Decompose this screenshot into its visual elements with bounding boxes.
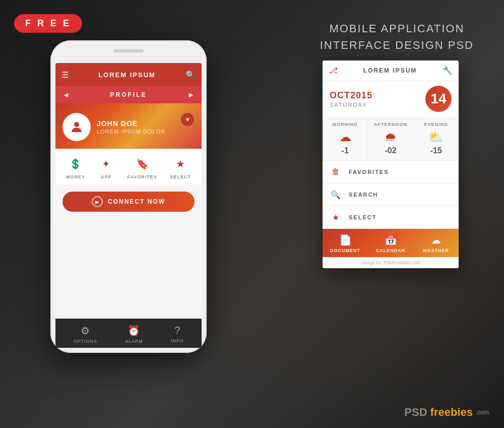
day-name: SATURDAY [330, 102, 372, 108]
profile-name: JOHN DOE [97, 119, 165, 128]
spacer [55, 219, 202, 319]
weather-afternoon: AFTERNOON 🌧 -02 [368, 117, 413, 160]
evening-temp: -15 [430, 146, 442, 155]
afternoon-label: AFTERNOON [374, 122, 407, 127]
search-icon[interactable]: 🔍 [185, 70, 196, 80]
phone-title: LOREM IPSUM [98, 71, 156, 79]
nav-item-options[interactable]: ⚙ OPTIONS [73, 325, 97, 344]
afternoon-weather-icon: 🌧 [385, 130, 397, 144]
user-avatar-icon [69, 119, 84, 135]
connect-section: ▶ CONNECT NOW [55, 185, 202, 219]
play-icon: ▶ [92, 196, 103, 207]
profile-info: JOHN DOE LOREM IPSUM DOLOR [97, 119, 165, 135]
app-bottom-tabs: 📄 DOCUMENT 📅 CALENDAR ☁ WEATHER [323, 229, 459, 257]
evening-label: EVENING [424, 122, 449, 127]
app-screen-title: LOREM IPSUM [363, 67, 417, 74]
main-container: F R E E MOBILE APPLICATION INTERFACE DES… [0, 0, 504, 428]
next-arrow-icon[interactable]: ► [187, 91, 195, 99]
weather-tab-label: WEATHER [423, 248, 449, 253]
weather-morning: MORNING ☁ -1 [323, 117, 368, 160]
app-icon: ✦ [98, 156, 114, 172]
avatar [62, 113, 91, 141]
profile-subtitle: LOREM IPSUM DOLOR [97, 129, 165, 135]
star-icon: ★ [172, 156, 188, 172]
psd-text: PSD [404, 406, 427, 419]
tab-document[interactable]: 📄 DOCUMENT [323, 229, 368, 257]
connect-now-button[interactable]: ▶ CONNECT NOW [62, 192, 195, 212]
list-item-search[interactable]: 🔍 SEARCH [323, 184, 459, 206]
app-footer: Design by: PSDFreebies.com [323, 257, 459, 268]
connect-btn-label: CONNECT NOW [108, 198, 165, 205]
evening-weather-icon: ⛅ [428, 130, 444, 144]
app-screen: ⎇ LOREM IPSUM 🔧 OCT2015 SATURDAY 14 MORN… [323, 60, 459, 268]
share-icon[interactable]: ⎇ [329, 66, 338, 75]
afternoon-temp: -02 [385, 146, 396, 155]
bookmark-icon: 🔖 [134, 156, 150, 172]
favorites-label: FAVORITES [127, 174, 157, 179]
document-icon: 📄 [339, 234, 352, 246]
options-label: OPTIONS [73, 339, 97, 344]
morning-label: MORNING [332, 122, 358, 127]
list-item-favorites[interactable]: 🗑 FAVORITES [323, 161, 459, 184]
day-number-circle: 14 [425, 86, 452, 112]
date-left: OCT2015 SATURDAY [330, 90, 372, 108]
weather-tab-icon: ☁ [431, 234, 441, 246]
nav-item-alarm[interactable]: ⏰ ALARM [125, 325, 143, 344]
select-label: SELECT [170, 174, 192, 179]
info-label: INFO [171, 338, 184, 343]
month-year: OCT2015 [330, 90, 372, 101]
free-badge: F R E E [14, 14, 82, 33]
phone-screen: ☰ LOREM IPSUM 🔍 ◄ PROFILE ► JO [55, 63, 202, 348]
money-icon: 💲 [68, 156, 84, 172]
search-list-icon: 🔍 [330, 189, 342, 201]
weather-section: MORNING ☁ -1 AFTERNOON 🌧 -02 EVENING ⛅ -… [323, 117, 459, 161]
prev-arrow-icon[interactable]: ◄ [62, 91, 70, 99]
com-text: .com [476, 409, 489, 416]
money-label: MONEY [66, 174, 85, 179]
tab-calendar[interactable]: 📅 CALENDAR [368, 229, 413, 257]
trash-icon: 🗑 [330, 166, 342, 178]
app-menu-list: 🗑 FAVORITES 🔍 SEARCH ★ SELECT [323, 161, 459, 229]
app-label: APP [101, 174, 112, 179]
select-list-label: SELECT [349, 214, 376, 220]
profile-nav: ◄ PROFILE ► [55, 86, 202, 103]
options-icon: ⚙ [81, 325, 90, 337]
menu-item-money[interactable]: 💲 MONEY [66, 156, 85, 179]
morning-weather-icon: ☁ [339, 130, 351, 144]
morning-temp: -1 [342, 146, 349, 155]
phone-mockup: ☰ LOREM IPSUM 🔍 ◄ PROFILE ► JO [50, 40, 207, 353]
freebies-text: freebies [430, 406, 473, 419]
psd-freebies-logo: PSDfreebies.com [404, 406, 489, 419]
document-tab-label: DOCUMENT [330, 248, 360, 253]
search-list-label: SEARCH [349, 192, 378, 198]
profile-nav-label: PROFILE [110, 91, 147, 98]
info-icon: ? [174, 325, 180, 336]
main-title: MOBILE APPLICATION INTERFACE DESIGN PSD [320, 20, 474, 53]
menu-item-app[interactable]: ✦ APP [98, 156, 114, 179]
menu-icons-row: 💲 MONEY ✦ APP 🔖 FAVORITES ★ SELECT [55, 149, 202, 185]
tab-weather[interactable]: ☁ WEATHER [413, 229, 459, 257]
phone-topbar: ☰ LOREM IPSUM 🔍 [55, 63, 202, 86]
bottom-nav: ⚙ OPTIONS ⏰ ALARM ? INFO [55, 319, 202, 348]
list-item-select[interactable]: ★ SELECT [323, 206, 459, 229]
alarm-icon: ⏰ [128, 325, 140, 337]
nav-item-info[interactable]: ? INFO [171, 325, 184, 344]
weather-evening: EVENING ⛅ -15 [414, 117, 459, 160]
heart-button[interactable]: ♥ [180, 112, 195, 127]
app-topbar: ⎇ LOREM IPSUM 🔧 [323, 60, 459, 81]
hamburger-icon[interactable]: ☰ [61, 70, 69, 80]
alarm-label: ALARM [125, 339, 143, 344]
menu-item-favorites[interactable]: 🔖 FAVORITES [127, 156, 157, 179]
wrench-icon[interactable]: 🔧 [443, 66, 453, 75]
favorites-list-label: FAVORITES [349, 169, 389, 175]
star-list-icon: ★ [330, 211, 342, 223]
phone-speaker [113, 49, 144, 52]
calendar-icon: 📅 [385, 234, 397, 246]
svg-point-0 [74, 122, 79, 127]
calendar-tab-label: CALENDAR [376, 248, 406, 253]
menu-item-select[interactable]: ★ SELECT [170, 156, 192, 179]
date-section: OCT2015 SATURDAY 14 [323, 81, 459, 117]
profile-section: JOHN DOE LOREM IPSUM DOLOR ♥ [55, 103, 202, 149]
